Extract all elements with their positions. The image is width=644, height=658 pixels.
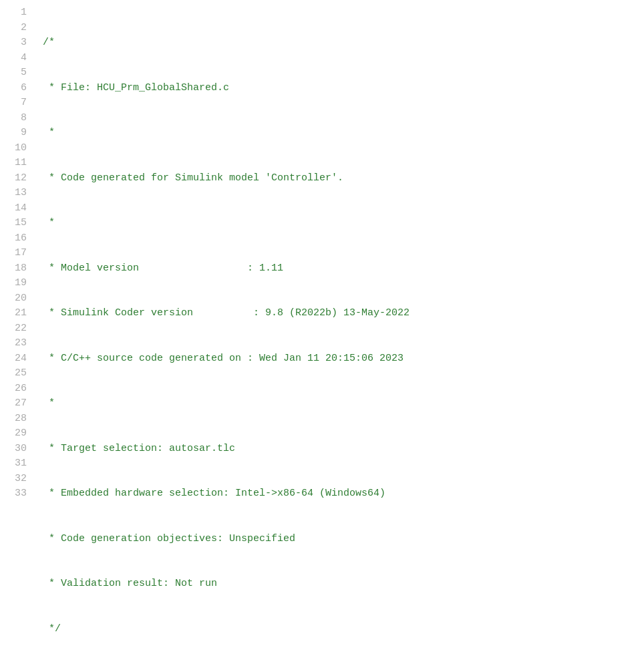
line-number-24: 24 bbox=[5, 351, 27, 367]
line-number-16: 16 bbox=[5, 231, 27, 246]
line-number-14: 14 bbox=[5, 201, 27, 216]
code-line-4: * Code generated for Simulink model 'Con… bbox=[43, 171, 633, 186]
line-number-25: 25 bbox=[5, 366, 27, 381]
line-number-12: 12 bbox=[5, 171, 27, 186]
line-number-10: 10 bbox=[5, 141, 27, 156]
line-number-20: 20 bbox=[5, 291, 27, 307]
line-number-21: 21 bbox=[5, 306, 27, 321]
code-line-14: */ bbox=[43, 622, 633, 637]
code-line-10: * Target selection: autosar.tlc bbox=[43, 442, 633, 457]
line-number-9: 9 bbox=[5, 126, 27, 141]
code-editor: 1 2 3 4 5 6 7 8 9 10 11 12 13 14 15 16 1… bbox=[0, 0, 644, 658]
line-number-27: 27 bbox=[5, 396, 27, 412]
code-line-11: * Embedded hardware selection: Intel->x8… bbox=[43, 486, 633, 502]
line-number-23: 23 bbox=[5, 336, 27, 351]
code-line-7: * Simulink Coder version : 9.8 (R2022b) … bbox=[43, 306, 633, 321]
code-line-5: * bbox=[43, 216, 633, 231]
code-line-2: * File: HCU_Prm_GlobalShared.c bbox=[43, 81, 633, 96]
line-number-1: 1 bbox=[5, 5, 27, 21]
code-line-12: * Code generation objectives: Unspecifie… bbox=[43, 532, 633, 547]
line-number-22: 22 bbox=[5, 321, 27, 337]
line-number-11: 11 bbox=[5, 156, 27, 171]
line-number-32: 32 bbox=[5, 472, 27, 487]
code-line-1: /* bbox=[43, 35, 633, 51]
line-number-17: 17 bbox=[5, 246, 27, 261]
line-number-13: 13 bbox=[5, 186, 27, 201]
line-number-8: 8 bbox=[5, 111, 27, 126]
line-number-29: 29 bbox=[5, 426, 27, 442]
line-number-5: 5 bbox=[5, 65, 27, 81]
code-area[interactable]: /* * File: HCU_Prm_GlobalShared.c * * Co… bbox=[32, 5, 644, 658]
line-number-2: 2 bbox=[5, 21, 27, 36]
line-number-4: 4 bbox=[5, 51, 27, 66]
line-number-15: 15 bbox=[5, 216, 27, 231]
code-line-8: * C/C++ source code generated on : Wed J… bbox=[43, 351, 633, 367]
code-line-3: * bbox=[43, 126, 633, 141]
code-line-13: * Validation result: Not run bbox=[43, 577, 633, 592]
code-line-6: * Model version : 1.11 bbox=[43, 261, 633, 277]
line-number-3: 3 bbox=[5, 35, 27, 51]
code-line-9: * bbox=[43, 396, 633, 412]
line-number-33: 33 bbox=[5, 486, 27, 502]
line-number-26: 26 bbox=[5, 381, 27, 397]
line-number-6: 6 bbox=[5, 81, 27, 96]
line-number-30: 30 bbox=[5, 442, 27, 457]
line-number-28: 28 bbox=[5, 412, 27, 427]
line-number-18: 18 bbox=[5, 261, 27, 277]
line-number-7: 7 bbox=[5, 96, 27, 111]
line-number-31: 31 bbox=[5, 456, 27, 472]
line-number-19: 19 bbox=[5, 276, 27, 291]
line-numbers: 1 2 3 4 5 6 7 8 9 10 11 12 13 14 15 16 1… bbox=[0, 5, 32, 658]
